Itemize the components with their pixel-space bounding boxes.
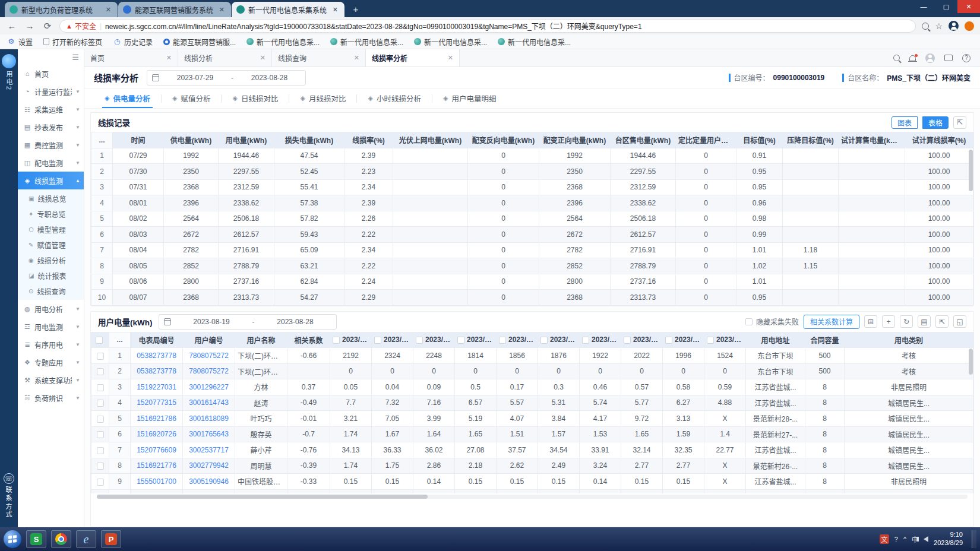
browser-tab[interactable]: 新一代用电信息采集系统✕ (232, 2, 344, 17)
link-cell[interactable]: 3002779942 (183, 458, 235, 474)
link-cell[interactable]: 1516921776 (131, 458, 183, 474)
notification-bell-icon[interactable] (909, 55, 916, 61)
bookmark-item[interactable]: 新一代用电信息采... (330, 37, 403, 47)
row-checkbox-cell[interactable] (91, 426, 109, 442)
sidebar-item-计量运行监测[interactable]: ◔计量运行监测▼ (18, 83, 84, 100)
sub-tab-小时线损分析[interactable]: ◈小时线损分析 (357, 88, 431, 108)
link-cell[interactable]: 3001618089 (183, 411, 235, 427)
sidebar-item-配电监测[interactable]: ◫配电监测▼ (18, 154, 84, 172)
link-cell[interactable]: 3001765643 (183, 426, 235, 442)
link-cell[interactable]: 3002537717 (183, 442, 235, 458)
date-column-checkbox[interactable] (416, 337, 423, 344)
sidebar-item-负荷辨识[interactable]: ☵负荷辨识▼ (18, 389, 84, 407)
row-checkbox-cell[interactable] (91, 379, 109, 395)
new-tab-button[interactable]: + (349, 2, 363, 16)
loss-table-scrollbar[interactable] (969, 150, 973, 191)
select-all-checkbox[interactable] (96, 337, 103, 344)
taskbar-clock[interactable]: 9:10 2023/8/29 (934, 531, 966, 547)
date-column-checkbox[interactable] (665, 337, 672, 344)
ime-tray-icon[interactable]: 文 (880, 534, 889, 544)
row-checkbox-cell[interactable] (91, 363, 109, 379)
bookmark-item[interactable]: 能源互联网营销服... (163, 37, 236, 47)
date-start[interactable]: 2023-07-29 (164, 74, 226, 82)
row-checkbox[interactable] (97, 368, 104, 375)
refresh-icon[interactable]: ⟳ (42, 21, 53, 31)
row-checkbox[interactable] (97, 463, 104, 470)
row-checkbox-cell[interactable] (91, 489, 109, 493)
fullscreen-table-icon[interactable]: ◱ (953, 315, 966, 328)
browser-tab[interactable]: 能源互联网营销服务系统✕ (118, 2, 231, 17)
tab-close-icon[interactable]: ✕ (260, 54, 265, 62)
nav-tab-线损查询[interactable]: 线损查询✕ (272, 49, 366, 66)
sidebar-collapse-icon[interactable]: ☰ (72, 53, 79, 62)
tab-close-icon[interactable]: ✕ (104, 6, 113, 14)
minimize-button[interactable]: — (912, 0, 935, 13)
link-cell[interactable]: 3005190946 (183, 474, 235, 490)
bookmark-item[interactable]: 新一代用电信息采... (498, 37, 571, 47)
chrome-taskbar-icon[interactable] (51, 530, 71, 548)
user-table-scrollbar[interactable] (969, 349, 973, 375)
main-date-range-picker[interactable]: 2023-07-29 - 2023-08-28 (147, 70, 306, 86)
save-icon[interactable]: ▤ (918, 315, 931, 328)
bookmark-item[interactable]: 新一代用电信息采... (414, 37, 487, 47)
view-table-button[interactable]: 表格 (922, 116, 949, 129)
date-column-checkbox[interactable] (707, 337, 714, 344)
sidebar-item-有序用电[interactable]: ≣有序用电▼ (18, 335, 84, 353)
link-cell[interactable]: 0538273778 (131, 363, 183, 379)
volume-icon[interactable] (924, 536, 928, 542)
powerpoint-taskbar-icon[interactable]: P (101, 530, 121, 548)
nav-tab-首页[interactable]: 首页✕ (84, 49, 178, 66)
sidebar-item-线损监测[interactable]: ◈线损监测▲ (18, 172, 84, 189)
sidebar-item-采集运维[interactable]: ☷采集运维▼ (18, 100, 84, 118)
tab-close-icon[interactable]: ✕ (331, 6, 340, 14)
bookmark-item[interactable]: ◷历史记录 (113, 37, 153, 47)
ie-taskbar-icon[interactable]: e (76, 530, 96, 548)
user-date-range-picker[interactable]: 2023-08-19 - 2023-08-28 (159, 314, 337, 330)
link-cell[interactable]: 7808075272 (183, 348, 235, 364)
user-avatar[interactable] (925, 53, 935, 63)
row-checkbox-cell[interactable] (91, 348, 109, 364)
help-icon[interactable]: ? (962, 54, 970, 62)
correlation-calc-button[interactable]: 相关系数计算 (804, 315, 859, 329)
date-column-checkbox[interactable] (624, 337, 631, 344)
nav-tab-线损分析[interactable]: 线损分析✕ (178, 49, 272, 66)
bookmark-item[interactable]: 打开新的标签页 (43, 37, 102, 47)
view-chart-button[interactable]: 图表 (892, 116, 918, 129)
link-cell[interactable]: 1519227031 (131, 379, 183, 395)
sub-tab-日线损对比[interactable]: ◈日线损对比 (222, 88, 289, 108)
link-cell[interactable]: 3001296227 (183, 379, 235, 395)
bookmark-star-icon[interactable]: ☆ (935, 21, 943, 31)
sidebar-item-首页[interactable]: ⌂首页 (18, 65, 84, 83)
show-desktop-button[interactable] (972, 530, 976, 548)
profile-icon[interactable] (949, 21, 959, 31)
link-cell[interactable]: 1555001701 (131, 489, 183, 493)
link-cell[interactable]: 0538273778 (131, 348, 183, 364)
bookmark-item[interactable]: 新一代用电信息采... (246, 37, 320, 47)
date-column-checkbox[interactable] (457, 337, 464, 344)
sub-tab-供电量分析[interactable]: ◈供电量分析 (94, 88, 161, 108)
sidebar-item-系统支撑功能[interactable]: ⚒系统支撑功能▼ (18, 371, 84, 389)
hidden-icons-arrow[interactable]: ^ (903, 536, 906, 543)
tab-close-icon[interactable]: ✕ (448, 54, 453, 62)
sidebar-subitem-线损总览[interactable]: ▣线损总览 (18, 191, 84, 206)
sub-tab-月线损对比[interactable]: ◈月线损对比 (289, 88, 356, 108)
row-checkbox-cell[interactable] (91, 442, 109, 458)
row-checkbox[interactable] (97, 384, 104, 391)
search-icon[interactable] (893, 55, 900, 61)
date-column-checkbox[interactable] (374, 337, 381, 344)
close-button[interactable]: ✕ (957, 0, 980, 13)
row-checkbox[interactable] (97, 353, 104, 360)
date-column-checkbox[interactable] (582, 337, 589, 344)
refresh-table-icon[interactable]: ↻ (900, 315, 913, 328)
sidebar-subitem-线损查询[interactable]: ⊙线损查询 (18, 283, 84, 299)
contact-button[interactable]: ☏ 联系方式 (4, 473, 14, 519)
forward-icon[interactable]: → (24, 21, 36, 31)
sidebar-item-费控监测[interactable]: ▦费控监测▼ (18, 136, 84, 154)
row-checkbox[interactable] (97, 479, 104, 486)
column-header[interactable] (91, 332, 109, 348)
column-settings-icon[interactable]: ⊞ (864, 315, 877, 328)
row-checkbox-cell[interactable] (91, 474, 109, 490)
link-cell[interactable]: 1516921786 (131, 411, 183, 427)
row-checkbox[interactable] (97, 400, 104, 407)
link-cell[interactable]: 3005190947 (183, 489, 235, 493)
